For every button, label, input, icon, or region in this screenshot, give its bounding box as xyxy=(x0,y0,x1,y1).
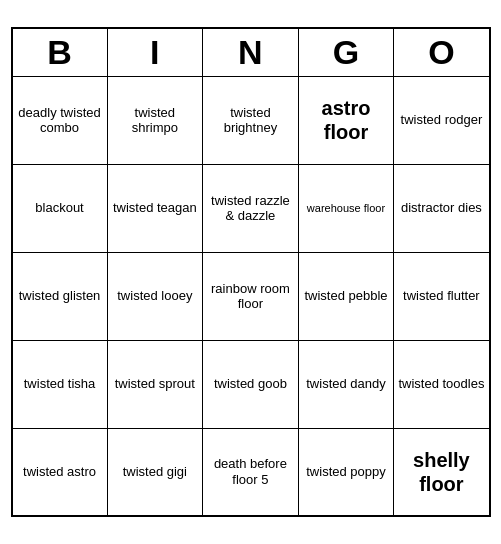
cell-r0-c0: deadly twisted combo xyxy=(12,76,108,164)
cell-r2-c1: twisted looey xyxy=(107,252,203,340)
header-row: BINGO xyxy=(12,28,490,77)
cell-r4-c0: twisted astro xyxy=(12,428,108,516)
header-cell-B: B xyxy=(12,28,108,77)
header-cell-O: O xyxy=(394,28,490,77)
cell-r2-c0: twisted glisten xyxy=(12,252,108,340)
cell-r1-c4: distractor dies xyxy=(394,164,490,252)
cell-r2-c4: twisted flutter xyxy=(394,252,490,340)
cell-r4-c3: twisted poppy xyxy=(298,428,394,516)
cell-r1-c0: blackout xyxy=(12,164,108,252)
cell-r2-c2: rainbow room floor xyxy=(203,252,299,340)
cell-r1-c2: twisted razzle & dazzle xyxy=(203,164,299,252)
cell-r1-c1: twisted teagan xyxy=(107,164,203,252)
cell-r0-c1: twisted shrimpo xyxy=(107,76,203,164)
table-row: twisted tishatwisted sprouttwisted goobt… xyxy=(12,340,490,428)
cell-r0-c3: astro floor xyxy=(298,76,394,164)
cell-r3-c2: twisted goob xyxy=(203,340,299,428)
cell-r3-c4: twisted toodles xyxy=(394,340,490,428)
cell-r3-c0: twisted tisha xyxy=(12,340,108,428)
table-row: twisted astrotwisted gigideath before fl… xyxy=(12,428,490,516)
table-row: blackouttwisted teagantwisted razzle & d… xyxy=(12,164,490,252)
header-cell-N: N xyxy=(203,28,299,77)
cell-r3-c1: twisted sprout xyxy=(107,340,203,428)
cell-r1-c3: warehouse floor xyxy=(298,164,394,252)
cell-r0-c4: twisted rodger xyxy=(394,76,490,164)
cell-r4-c2: death before floor 5 xyxy=(203,428,299,516)
bingo-table: BINGO deadly twisted combotwisted shrimp… xyxy=(11,27,491,518)
cell-r3-c3: twisted dandy xyxy=(298,340,394,428)
cell-r4-c1: twisted gigi xyxy=(107,428,203,516)
cell-r0-c2: twisted brightney xyxy=(203,76,299,164)
header-cell-I: I xyxy=(107,28,203,77)
cell-r4-c4: shelly floor xyxy=(394,428,490,516)
header-cell-G: G xyxy=(298,28,394,77)
cell-r2-c3: twisted pebble xyxy=(298,252,394,340)
table-row: twisted glistentwisted looeyrainbow room… xyxy=(12,252,490,340)
table-row: deadly twisted combotwisted shrimpotwist… xyxy=(12,76,490,164)
